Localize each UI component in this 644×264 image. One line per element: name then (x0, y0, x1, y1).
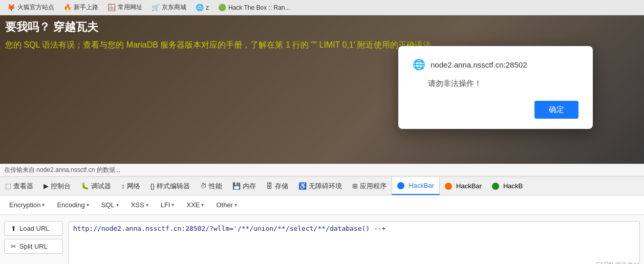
devtool-performance[interactable]: ⏱ 性能 (195, 177, 227, 195)
xxe-label: XXE (186, 201, 200, 209)
storage-icon: 🗄 (266, 182, 273, 190)
devtools-toolbar: ⬚ 查看器 ▶ 控制台 🐛 调试器 ↕ 网络 {} 样式编辑器 ⏱ 性能 💾 内… (0, 176, 644, 195)
url-buttons-panel: ⬆ Load URL ✂ Split URL (0, 219, 67, 256)
devtool-inspector[interactable]: ⬚ 查看器 (0, 177, 38, 195)
tab-label: 常用网址 (118, 3, 142, 12)
network-label: 网络 (127, 182, 140, 191)
application-icon: ⊞ (352, 182, 358, 190)
split-url-button[interactable]: ✂ Split URL (4, 239, 63, 254)
performance-label: 性能 (209, 182, 222, 191)
devtool-console[interactable]: ▶ 控制台 (38, 177, 76, 195)
devtool-storage[interactable]: 🗄 存储 (261, 177, 293, 195)
tab-label: 京东商城 (162, 3, 186, 12)
devtool-application[interactable]: ⊞ 应用程序 (347, 177, 392, 195)
firefox-icon: 🦊 (7, 4, 15, 11)
devtool-network[interactable]: ↕ 网络 (116, 177, 145, 195)
xxe-arrow-icon: ▾ (201, 202, 204, 208)
status-bar: 在传输来自 node2.anna.nssctf.cn 的数据... (0, 164, 644, 176)
sql-label: SQL (101, 201, 115, 209)
memory-icon: 💾 (232, 182, 241, 190)
menu-other[interactable]: Other ▾ (211, 199, 242, 211)
url-textarea-wrap (67, 219, 644, 264)
alert-dialog: 🌐 node2.anna.nssctf.cn:28502 请勿非法操作！ 确定 (398, 46, 593, 129)
debugger-icon: 🐛 (81, 182, 89, 190)
cart-icon: 🛒 (152, 4, 160, 11)
split-url-label: Split URL (19, 243, 48, 250)
style-editor-label: 样式编辑器 (157, 182, 190, 191)
xss-arrow-icon: ▾ (146, 202, 148, 208)
debugger-label: 调试器 (91, 182, 111, 191)
dialog-confirm-button[interactable]: 确定 (534, 101, 578, 119)
devtool-debugger[interactable]: 🐛 调试器 (76, 177, 116, 195)
console-label: 控制台 (51, 182, 71, 191)
tab-label: 新手上路 (74, 3, 98, 12)
other-label: Other (216, 201, 233, 209)
network-icon: ↕ (121, 182, 125, 190)
devtool-accessibility[interactable]: ♿ 无障碍环境 (293, 177, 347, 195)
devtool-style-editor[interactable]: {} 样式编辑器 (145, 177, 196, 195)
tab-label: Hack The Box :: Ran... (228, 4, 290, 11)
hackbar-tab-1[interactable]: HackBar (392, 177, 440, 195)
dialog-footer: 确定 (413, 101, 578, 119)
menu-sql[interactable]: SQL ▾ (96, 199, 124, 211)
hackbar-2-icon (445, 183, 452, 190)
dialog-domain: node2.anna.nssctf.cn:28502 (431, 60, 527, 69)
tab-hackthebox[interactable]: 🟢 Hack The Box :: Ran... (215, 3, 293, 12)
status-text: 在传输来自 node2.anna.nssctf.cn 的数据... (4, 166, 120, 174)
encoding-label: Encoding (57, 201, 84, 209)
accessibility-label: 无障碍环境 (309, 182, 342, 191)
memory-label: 内存 (243, 182, 256, 191)
tab-newbie[interactable]: 🔥 新手上路 (60, 2, 101, 13)
menu-lfi[interactable]: LFI ▾ (156, 199, 180, 211)
menu-encryption[interactable]: Encryption ▾ (4, 199, 50, 211)
menu-xxe[interactable]: XXE ▾ (181, 199, 209, 211)
tab-bookmarks[interactable]: 🪟 常用网址 (104, 2, 145, 13)
dialog-globe-icon: 🌐 (413, 58, 425, 71)
hackbar-tab-3[interactable]: HackB (487, 177, 528, 195)
performance-icon: ⏱ (200, 182, 207, 190)
window-icon: 🪟 (108, 4, 116, 11)
storage-label: 存储 (275, 182, 288, 191)
tab-bar: 🦊 火狐官方站点 🔥 新手上路 🪟 常用网址 🛒 京东商城 🌐 z 🟢 Hack… (0, 0, 644, 15)
menu-bar: Encryption ▾ Encoding ▾ SQL ▾ XSS ▾ LFI … (0, 195, 644, 215)
menu-encoding[interactable]: Encoding ▾ (52, 199, 94, 211)
load-url-label: Load URL (19, 225, 50, 232)
hackbar-1-label: HackBar (409, 182, 434, 189)
other-arrow-icon: ▾ (234, 202, 237, 208)
watermark: CSDN @许允er (596, 260, 639, 264)
tab-label: 火狐官方站点 (17, 3, 54, 12)
hackbar-tab-2[interactable]: HackBar (440, 177, 487, 195)
tab-firefox[interactable]: 🦊 火狐官方站点 (4, 2, 57, 13)
encryption-label: Encryption (9, 201, 40, 209)
inspector-icon: ⬚ (5, 182, 11, 190)
lfi-arrow-icon: ▾ (171, 202, 174, 208)
fire-icon: 🔥 (63, 4, 72, 11)
hackbar-3-label: HackB (503, 182, 523, 190)
style-editor-icon: {} (151, 182, 155, 190)
url-input[interactable] (69, 221, 640, 264)
page-background: 要我吗？ 穿越瓦夫 您的 SQL 语法有误；查看与您的 MariaDB 服务器版… (0, 15, 644, 164)
load-url-button[interactable]: ⬆ Load URL (4, 221, 63, 236)
page-sql-error: 您的 SQL 语法有误；查看与您的 MariaDB 服务器版本对应的手册，了解在… (5, 40, 431, 51)
load-url-icon: ⬆ (11, 225, 16, 232)
globe-icon: 🌐 (196, 4, 204, 11)
menu-xss[interactable]: XSS ▾ (126, 199, 154, 211)
tab-label: z (206, 4, 209, 11)
xss-label: XSS (131, 201, 144, 209)
application-label: 应用程序 (360, 182, 387, 191)
encoding-arrow-icon: ▾ (87, 202, 89, 208)
encryption-arrow-icon: ▾ (42, 202, 45, 208)
sql-arrow-icon: ▾ (116, 202, 119, 208)
hackbar-3-icon (492, 183, 499, 190)
tab-z[interactable]: 🌐 z (192, 3, 212, 12)
url-section: ⬆ Load URL ✂ Split URL CSDN @许允er (0, 215, 644, 264)
tab-jd[interactable]: 🛒 京东商城 (148, 2, 189, 13)
dialog-header: 🌐 node2.anna.nssctf.cn:28502 (413, 58, 578, 71)
devtool-memory[interactable]: 💾 内存 (227, 177, 261, 195)
split-url-icon: ✂ (11, 243, 16, 250)
accessibility-icon: ♿ (298, 182, 307, 190)
htb-icon: 🟢 (218, 4, 226, 11)
lfi-label: LFI (161, 201, 170, 209)
dialog-message: 请勿非法操作！ (428, 79, 578, 89)
hackbar-2-label: HackBar (456, 182, 482, 190)
